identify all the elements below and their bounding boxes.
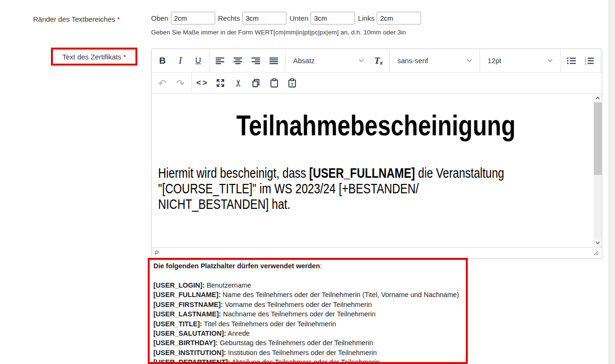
certificate-text-label-annotation: Text des Zertifikats * <box>51 48 137 66</box>
margin-bottom-input[interactable] <box>311 12 355 25</box>
chevron-down-icon <box>596 241 600 244</box>
required-asterisk: * <box>123 53 126 61</box>
certificate-text-editor: B I U <box>151 49 602 259</box>
undo-button[interactable]: ↶ <box>153 73 171 93</box>
font-family-dropdown[interactable]: sans-serif <box>392 49 478 72</box>
certificate-heading: Teilnahmebescheinigung <box>158 109 594 141</box>
align-left-button[interactable] <box>211 49 229 72</box>
fullscreen-button[interactable] <box>211 73 229 93</box>
placeholder-item: [USER_INSTITUTION]: Institution des Teil… <box>153 348 462 357</box>
align-center-icon <box>234 57 243 65</box>
svg-text:T: T <box>291 82 294 87</box>
svg-text:3: 3 <box>585 62 586 64</box>
margin-bottom-label: Unten <box>289 14 308 22</box>
clear-formatting-button[interactable]: Tx <box>370 49 388 72</box>
margin-top-label: Oben <box>151 14 168 22</box>
placeholder-help-title: Die folgenden Platzhalter dürfen verwend… <box>153 261 462 271</box>
redo-button[interactable]: ↷ <box>171 73 189 93</box>
margins-field-label-text: Ränder des Textbereiches <box>33 15 115 23</box>
paste-button[interactable] <box>265 73 283 93</box>
paragraph-format-value: Absatz <box>293 57 315 65</box>
placeholder-item: [USER_FULLNAME]: Name des Teilnehmers od… <box>153 290 462 299</box>
paste-text-icon: T <box>288 78 296 88</box>
copy-button[interactable] <box>247 73 265 93</box>
scrollbar-thumb[interactable] <box>594 102 602 175</box>
cut-icon: ✂ <box>233 79 244 87</box>
chevron-down-icon <box>467 59 472 62</box>
placeholder-item: [USER_LASTNAME]: Nachname des Teilnehmer… <box>153 309 462 319</box>
element-path: P <box>155 249 159 256</box>
placeholder-item: [USER_BIRTHDAY]: Geburtstag des Teilnehm… <box>153 338 462 347</box>
bullet-list-icon <box>567 57 576 65</box>
chevron-up-icon <box>596 97 600 99</box>
font-size-value: 12pt <box>488 57 501 65</box>
margins-field-label: Ränder des Textbereiches * <box>33 15 120 23</box>
underline-button[interactable]: U <box>189 49 207 72</box>
align-center-button[interactable] <box>229 49 247 72</box>
numbered-list-button[interactable]: 1 2 3 <box>581 49 598 72</box>
margin-top-input[interactable] <box>171 12 215 25</box>
source-code-icon: <> <box>196 78 209 88</box>
editor-scrollbar[interactable] <box>594 94 602 247</box>
certificate-settings-page: Ränder des Textbereiches * Oben Rechts U… <box>0 0 615 364</box>
editor-status-bar: P <box>152 247 602 258</box>
required-asterisk: * <box>117 15 120 23</box>
scroll-up-button[interactable] <box>594 94 602 102</box>
fullscreen-icon <box>216 79 225 87</box>
margin-left-input[interactable] <box>377 12 421 25</box>
bullet-list-button[interactable] <box>563 49 581 72</box>
placeholder-item: [USER_FIRSTNAME]: Vorname des Teilnehmer… <box>153 300 462 309</box>
editor-toolbar-row-1: B I U <box>152 49 602 73</box>
numbered-list-icon: 1 2 3 <box>585 57 594 65</box>
chevron-down-icon <box>359 59 364 62</box>
paragraph-format-dropdown[interactable]: Absatz <box>287 49 370 72</box>
chevron-down-icon <box>548 59 553 62</box>
resize-handle-icon[interactable] <box>593 250 598 256</box>
source-code-button[interactable]: <> <box>194 73 211 93</box>
scroll-down-button[interactable] <box>594 239 602 247</box>
certificate-text-label: Text des Zertifikats <box>62 53 121 61</box>
page-scrollbar[interactable] <box>608 0 615 364</box>
align-right-icon <box>252 57 261 65</box>
align-justify-icon <box>270 57 279 65</box>
editor-content-area[interactable]: Teilnahmebescheinigung Hiermit wird besc… <box>152 94 602 247</box>
toolbar-separator <box>600 49 601 72</box>
align-left-icon <box>216 57 225 65</box>
placeholder-item: [USER_LOGIN]: Benutzername <box>153 281 462 290</box>
align-right-button[interactable] <box>247 49 265 72</box>
placeholder-help-annotation: Die folgenden Platzhalter dürfen verwend… <box>148 258 468 364</box>
margin-right-label: Rechts <box>218 14 240 22</box>
editor-toolbar-row-2: ↶ ↷ <> <box>152 73 602 94</box>
undo-icon: ↶ <box>158 78 167 88</box>
italic-button[interactable]: I <box>171 49 189 72</box>
font-size-dropdown[interactable]: 12pt <box>482 49 558 72</box>
margin-right-input[interactable] <box>242 12 286 25</box>
editor-paragraph: Hiermit wird bescheinigt, dass [USER_FUL… <box>158 165 594 212</box>
clear-formatting-icon: Tx <box>374 56 383 66</box>
placeholder-item: [USER_SALUTATION]: Anrede <box>153 329 462 338</box>
margin-left-label: Links <box>358 14 374 22</box>
paste-text-button[interactable]: T <box>283 73 301 93</box>
copy-icon <box>252 79 261 88</box>
placeholder-list: [USER_LOGIN]: Benutzername[USER_FULLNAME… <box>153 281 462 364</box>
margin-inputs-row: Oben Rechts Unten Links <box>151 12 424 25</box>
redo-icon: ↷ <box>176 78 185 88</box>
paste-icon <box>270 78 278 88</box>
placeholder-item: [USER_TITLE]: Titel des Teilnehmers oder… <box>153 319 462 329</box>
font-family-value: sans-serif <box>397 57 428 65</box>
cut-button[interactable]: ✂ <box>229 73 247 93</box>
align-justify-button[interactable] <box>265 49 283 72</box>
margins-hint-text: Geben Sie Maße immer in der Form WERT[cm… <box>151 29 406 36</box>
placeholder-item: [USER_DEPARTMENT]: Abteilung des Teilneh… <box>153 357 462 364</box>
bold-button[interactable]: B <box>153 49 171 72</box>
